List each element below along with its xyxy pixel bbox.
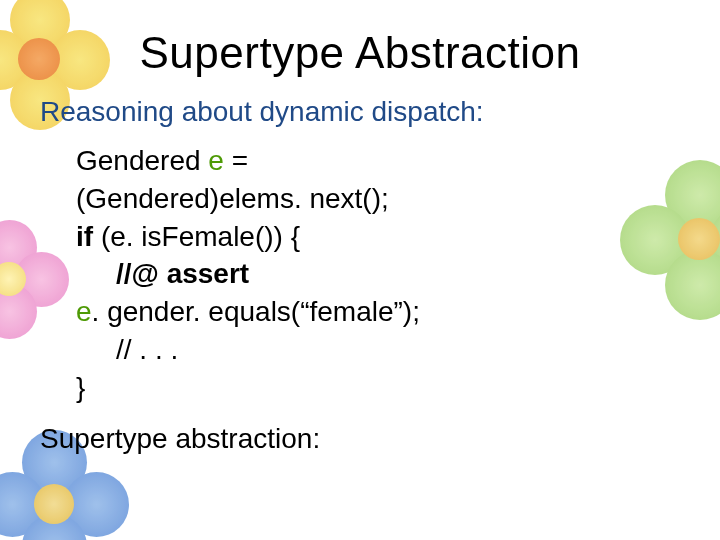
- code-text: Female()) {: [162, 221, 300, 252]
- slide-footer-text: Supertype abstraction:: [40, 423, 680, 455]
- code-line: if (e. isFemale()) {: [76, 218, 680, 256]
- code-line: //@ assert: [116, 255, 680, 293]
- code-var: e: [76, 296, 92, 327]
- slide-subheading: Reasoning about dynamic dispatch:: [40, 96, 680, 128]
- slide-title: Supertype Abstraction: [40, 28, 680, 78]
- code-text: =: [224, 145, 248, 176]
- code-line: // . . .: [116, 331, 680, 369]
- code-line: e. gender. equals(“female”);: [76, 293, 680, 331]
- code-keyword: if: [76, 221, 93, 252]
- code-var: e: [208, 145, 224, 176]
- code-text: (e. is: [93, 221, 161, 252]
- code-block: Gendered e = (Gendered)elems. next(); if…: [76, 142, 680, 407]
- code-assert: //@ assert: [116, 258, 249, 289]
- code-line: (Gendered)elems. next();: [76, 180, 680, 218]
- code-line: Gendered e =: [76, 142, 680, 180]
- code-text: Gendered: [76, 145, 208, 176]
- code-line: }: [76, 369, 680, 407]
- slide-content: Supertype Abstraction Reasoning about dy…: [0, 0, 720, 455]
- code-text: . gender. equals(“female”);: [92, 296, 420, 327]
